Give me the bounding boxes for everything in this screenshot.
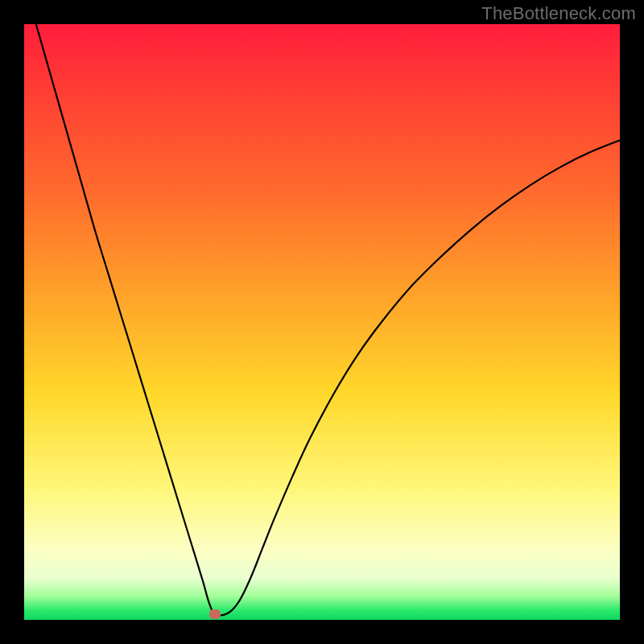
minimum-marker: [209, 609, 221, 619]
bottleneck-curve: [36, 24, 620, 615]
plot-area: [24, 24, 620, 620]
curve-svg: [24, 24, 620, 620]
watermark-text: TheBottleneck.com: [481, 3, 636, 24]
chart-frame: TheBottleneck.com: [0, 0, 644, 644]
